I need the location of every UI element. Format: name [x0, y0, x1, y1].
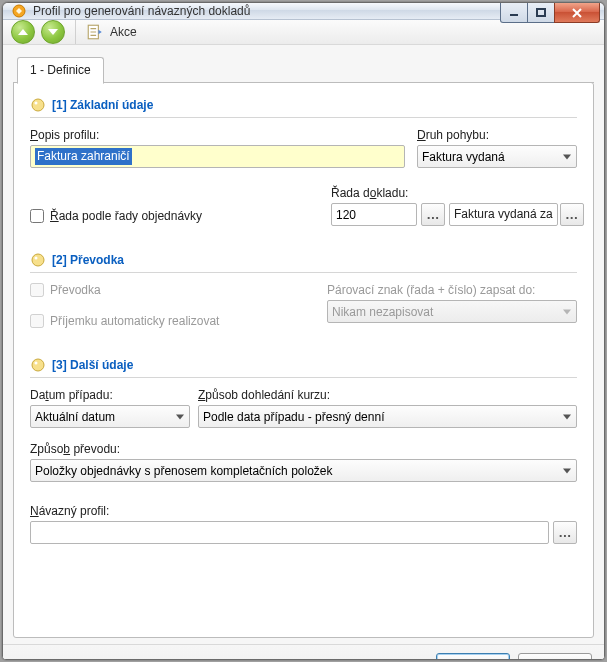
rada-input[interactable] [331, 203, 417, 226]
prevodka-checkbox: Převodka [30, 283, 101, 297]
cancel-button[interactable]: Storno [518, 653, 592, 661]
tab-panel: [1] Základní údaje Popis profilu: Faktur… [13, 82, 594, 638]
prevod-select[interactable] [30, 459, 577, 482]
parovaci-label: Párovací znak (řada + číslo) zapsat do: [327, 283, 577, 297]
rada-browse-button[interactable]: … [421, 203, 445, 226]
rada-by-order-label: Řada podle řady objednávky [50, 209, 202, 223]
close-button[interactable] [554, 3, 600, 23]
rada-desc-field: Faktura vydaná za [449, 203, 558, 226]
kurz-label: Způsob dohledání kurzu: [198, 388, 577, 402]
toolbar-separator [75, 20, 76, 44]
svg-rect-2 [537, 9, 545, 16]
nav-down-button[interactable] [41, 20, 65, 44]
druh-select[interactable] [417, 145, 577, 168]
kurz-select[interactable] [198, 405, 577, 428]
datum-label: Datum případu: [30, 388, 190, 402]
section-icon [30, 97, 46, 113]
prijemku-checkbox: Příjemku automaticky realizovat [30, 314, 219, 328]
svg-point-7 [35, 257, 38, 260]
druh-label: Druh pohybu: [417, 128, 577, 142]
popis-value-selected: Faktura zahraničí [35, 148, 132, 165]
maximize-button[interactable] [527, 3, 555, 23]
svg-point-8 [32, 359, 44, 371]
section-icon [30, 357, 46, 373]
actions-icon [86, 23, 104, 41]
navazny-label: Návazný profil: [30, 504, 577, 518]
section-prevodka-title: [2] Převodka [52, 253, 124, 267]
prijemku-chk-label: Příjemku automaticky realizovat [50, 314, 219, 328]
svg-point-5 [35, 102, 38, 105]
svg-point-9 [35, 362, 38, 365]
rada-label: Řada dokladu: [331, 186, 577, 200]
section-dalsi-title: [3] Další údaje [52, 358, 133, 372]
svg-point-6 [32, 254, 44, 266]
navazny-browse-button[interactable]: … [553, 521, 577, 544]
actions-label[interactable]: Akce [110, 25, 137, 39]
rada-desc-browse-button[interactable]: … [560, 203, 584, 226]
prevodka-chk-label: Převodka [50, 283, 101, 297]
section-icon [30, 252, 46, 268]
svg-point-4 [32, 99, 44, 111]
navazny-input[interactable] [30, 521, 549, 544]
ok-button[interactable]: OK [436, 653, 510, 661]
svg-rect-1 [510, 14, 518, 16]
window-buttons [501, 3, 600, 25]
datum-select[interactable] [30, 405, 190, 428]
minimize-button[interactable] [500, 3, 528, 23]
nav-up-button[interactable] [11, 20, 35, 44]
client-area: 1 - Definice [1] Základní údaje Popis pr… [3, 45, 604, 660]
parovaci-select [327, 300, 577, 323]
app-icon [11, 3, 27, 19]
tabstrip: 1 - Definice [13, 55, 594, 83]
titlebar: Profil pro generování návazných dokladů [3, 3, 604, 20]
dialog-window: Profil pro generování návazných dokladů … [2, 2, 605, 660]
window-title: Profil pro generování návazných dokladů [33, 4, 250, 18]
section-basic-header: [1] Základní údaje [30, 97, 577, 118]
prevod-label: Způsob převodu: [30, 442, 577, 456]
popis-label: Popis profilu: [30, 128, 405, 142]
rada-by-order-checkbox[interactable]: Řada podle řady objednávky [30, 209, 202, 223]
section-prevodka-header: [2] Převodka [30, 252, 577, 273]
tab-definice[interactable]: 1 - Definice [17, 57, 104, 84]
dialog-footer: OK Storno [3, 644, 604, 660]
section-basic-title: [1] Základní údaje [52, 98, 153, 112]
section-dalsi-header: [3] Další údaje [30, 357, 577, 378]
